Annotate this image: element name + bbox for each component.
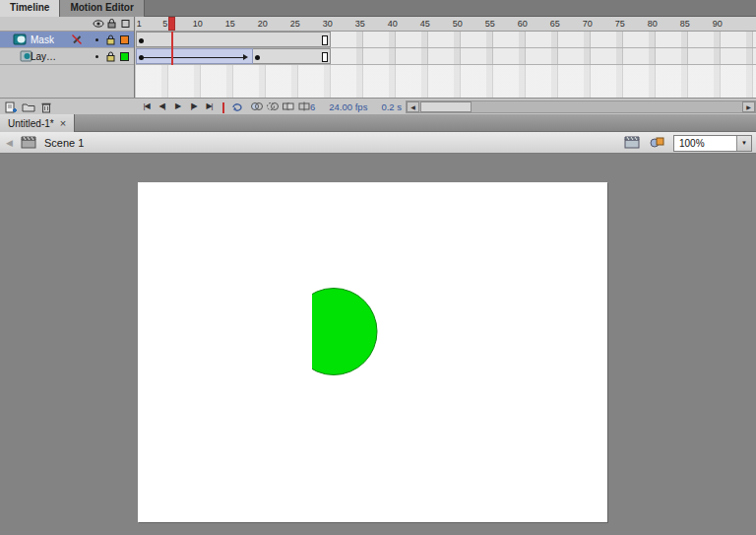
- layer-lock-icon[interactable]: [106, 34, 115, 47]
- ruler-number: 20: [258, 19, 268, 29]
- frames-grid-empty: [136, 65, 756, 98]
- ruler-number: 1: [137, 19, 142, 29]
- step-forward-button[interactable]: |▶: [187, 100, 200, 112]
- layer-row-layer1[interactable]: Lay…: [0, 48, 134, 65]
- new-folder-button[interactable]: [22, 100, 35, 115]
- tween-arrow-line: [144, 57, 243, 58]
- layer-outline-color-swatch[interactable]: [120, 52, 129, 61]
- new-layer-button[interactable]: [4, 100, 17, 115]
- layer-name[interactable]: Lay…: [31, 51, 56, 62]
- ruler-number: 65: [550, 19, 560, 29]
- lock-all-layers-icon[interactable]: [107, 19, 116, 31]
- timeline-panel: Mask Lay…: [0, 17, 756, 98]
- ruler-number: 90: [713, 19, 723, 29]
- mask-layer-frames[interactable]: [136, 32, 756, 48]
- frame-span[interactable]: [136, 32, 331, 47]
- timeline-horizontal-scrollbar[interactable]: ◀ ▶: [406, 100, 756, 113]
- zoom-combobox[interactable]: 100% ▼: [673, 135, 752, 152]
- ruler-number: 45: [420, 19, 430, 29]
- mask-layer-icon: [13, 33, 27, 47]
- pasteboard[interactable]: [0, 154, 756, 535]
- go-to-first-frame-button[interactable]: |◀: [140, 100, 153, 112]
- chevron-down-icon[interactable]: ▼: [736, 136, 751, 151]
- go-to-last-frame-button[interactable]: ▶|: [203, 100, 216, 112]
- end-frame-marker: [322, 35, 328, 45]
- motion-tween-span[interactable]: [136, 48, 253, 64]
- playhead[interactable]: [168, 17, 175, 31]
- ruler-number: 35: [355, 19, 365, 29]
- layers-column: Mask Lay…: [0, 17, 135, 98]
- ruler-number: 30: [323, 19, 333, 29]
- onion-skin-button[interactable]: [250, 100, 264, 114]
- document-tab-bar: Untitled-1* ×: [0, 114, 756, 132]
- frames-column: 151015202530354045505560657075808590: [136, 17, 756, 98]
- edit-multiple-frames-button[interactable]: [282, 100, 295, 114]
- edit-symbols-button[interactable]: [649, 135, 665, 151]
- edit-bar: ◀ Scene 1 100% ▼: [0, 132, 756, 154]
- clapperboard-icon: [21, 136, 36, 151]
- onion-skin-outlines-button[interactable]: [266, 100, 280, 114]
- outline-all-layers-icon[interactable]: [121, 19, 130, 31]
- layers-header: [0, 17, 134, 32]
- playhead-line[interactable]: [171, 32, 173, 65]
- ruler-number: 85: [680, 19, 690, 29]
- layer-lock-icon[interactable]: [106, 51, 115, 64]
- ruler-number: 40: [388, 19, 398, 29]
- current-frame-value[interactable]: 6: [310, 101, 315, 112]
- frame-rate-value[interactable]: 24.00 fps: [329, 101, 367, 112]
- end-frame-marker: [322, 52, 328, 62]
- ruler-number: 75: [615, 19, 625, 29]
- tween-arrowhead-icon: [243, 54, 248, 60]
- ruler-number: 50: [453, 19, 463, 29]
- masked-layer-frames[interactable]: [136, 48, 756, 65]
- timeline-footer: |◀ ◀| ▶ |▶ ▶| 6: [0, 98, 756, 114]
- center-frame-button[interactable]: [222, 102, 224, 113]
- scroll-right-arrow[interactable]: ▶: [742, 101, 755, 112]
- document-title: Untitled-1*: [8, 118, 54, 129]
- loop-playback-button[interactable]: [230, 100, 244, 114]
- delete-layer-button[interactable]: [40, 100, 52, 115]
- show-hide-all-layers-icon[interactable]: [93, 19, 104, 31]
- layer-row-mask[interactable]: Mask: [0, 32, 134, 48]
- pencil-slash-icon: [71, 33, 83, 47]
- flash-application-window: Timeline Motion Editor: [0, 0, 756, 535]
- back-button[interactable]: ◀: [6, 138, 13, 148]
- ruler-number: 10: [193, 19, 203, 29]
- layer-visibility-dot[interactable]: [95, 38, 98, 41]
- scene-breadcrumb: Scene 1: [44, 137, 84, 149]
- play-button[interactable]: ▶: [171, 100, 184, 112]
- ruler-number: 70: [583, 19, 593, 29]
- tab-timeline[interactable]: Timeline: [0, 0, 60, 17]
- elapsed-time-value: 0.2 s: [381, 101, 402, 112]
- layer-outline-color-swatch[interactable]: [120, 35, 129, 44]
- scroll-left-arrow[interactable]: ◀: [407, 101, 419, 112]
- ruler-number: 5: [162, 19, 167, 29]
- zoom-value[interactable]: 100%: [679, 138, 705, 149]
- ruler-number: 15: [225, 19, 235, 29]
- ruler-number: 55: [485, 19, 495, 29]
- tab-motion-editor[interactable]: Motion Editor: [60, 0, 144, 17]
- green-masked-circle-shape[interactable]: [312, 287, 378, 376]
- layer-name[interactable]: Mask: [31, 34, 54, 45]
- frame-ruler[interactable]: 151015202530354045505560657075808590: [136, 17, 756, 32]
- document-tab[interactable]: Untitled-1* ×: [0, 114, 75, 132]
- ruler-number: 60: [518, 19, 528, 29]
- modify-onion-markers-button[interactable]: [297, 100, 311, 114]
- panel-tab-bar: Timeline Motion Editor: [0, 0, 756, 17]
- ruler-number: 25: [290, 19, 300, 29]
- scrollbar-thumb[interactable]: [420, 101, 472, 112]
- layer-visibility-dot[interactable]: [95, 55, 98, 58]
- step-back-button[interactable]: ◀|: [156, 100, 168, 112]
- edit-scene-button[interactable]: [624, 135, 641, 151]
- keyframe-dot[interactable]: [139, 38, 144, 43]
- ruler-number: 80: [648, 19, 658, 29]
- frame-span[interactable]: [253, 48, 331, 64]
- close-icon[interactable]: ×: [60, 118, 66, 128]
- keyframe-dot[interactable]: [255, 55, 260, 60]
- stage-canvas[interactable]: [138, 182, 607, 522]
